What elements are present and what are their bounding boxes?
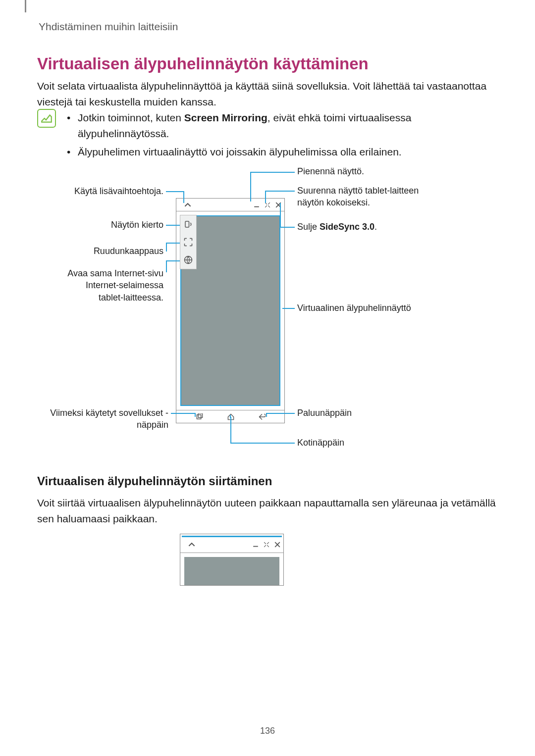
annotated-diagram: Pienennä näyttö. Suurenna näyttö tablet-… [37, 163, 498, 455]
label-home: Kotinäppäin [297, 437, 344, 449]
label-rotate: Näytön kierto [82, 219, 163, 231]
phone-titlebar [176, 199, 284, 211]
sub-paragraph: Voit siirtää virtuaalisen älypuhelinnäyt… [37, 495, 498, 526]
label-minimize: Pienennä näyttö. [297, 165, 364, 177]
label-screenshot: Ruudunkaappaus [72, 245, 163, 257]
mini-screen [184, 557, 279, 585]
intro-paragraph: Voit selata virtuaalista älypuhelinnäytt… [37, 78, 498, 109]
label-maximize: Suurenna näyttö tablet-laitteen näytön k… [297, 185, 426, 209]
chevron-up-icon [188, 541, 195, 550]
drag-highlight [182, 536, 282, 537]
rotate-icon [180, 215, 196, 233]
breadcrumb: Yhdistäminen muihin laitteisiin [39, 21, 178, 33]
recent-apps-icon [196, 413, 203, 420]
label-browser: Avaa sama Internet-sivu Internet-selaime… [62, 267, 163, 303]
page-number: 136 [0, 726, 535, 736]
screenshot-icon [180, 233, 196, 251]
label-virtual-screen: Virtuaalinen älypuhelinnäyttö [297, 302, 411, 314]
note-icon [37, 109, 56, 128]
page-title: Virtuaalisen älypuhelinnäytön käyttämine… [37, 54, 369, 73]
chevron-up-icon [184, 202, 191, 210]
label-recent: Viimeksi käytetyt sovellukset -näppäin [47, 407, 168, 431]
subheading: Virtuaalisen älypuhelinnäytön siirtämine… [37, 474, 272, 488]
mini-titlebar [180, 538, 283, 553]
close-icon [274, 541, 280, 550]
svg-rect-1 [198, 413, 202, 417]
svg-rect-0 [197, 415, 201, 419]
minimize-icon [254, 201, 260, 210]
minimize-icon [253, 541, 259, 550]
note-item: Älypuhelimen virtuaalinäyttö voi joissak… [67, 144, 498, 160]
note-list: Jotkin toiminnot, kuten Screen Mirroring… [67, 110, 498, 163]
svg-rect-2 [185, 221, 189, 227]
label-more-options: Käytä lisävaihtoehtoja. [52, 185, 163, 197]
mini-phone-frame [180, 534, 284, 586]
note-item: Jotkin toiminnot, kuten Screen Mirroring… [67, 110, 498, 141]
back-icon [259, 413, 266, 420]
label-close: Sulje SideSync 3.0. [297, 221, 377, 233]
label-back: Paluunäppäin [297, 407, 352, 419]
maximize-icon [264, 541, 269, 550]
browser-icon [180, 251, 196, 269]
side-toolbar [180, 215, 197, 269]
